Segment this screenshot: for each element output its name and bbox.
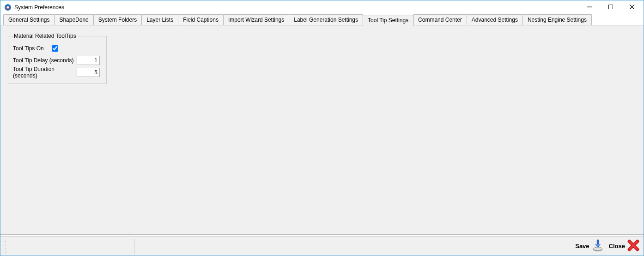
titlebar: System Preferences [0,0,644,14]
content-area: Material Related ToolTips Tool Tips On T… [0,25,644,234]
action-bar: Save Close [0,236,644,256]
save-button[interactable]: Save [574,238,605,254]
tooltips-on-checkbox[interactable] [52,45,58,52]
window-title: System Preferences [14,4,64,11]
tooltip-delay-row: Tool Tip Delay (seconds) [13,56,102,65]
tab-strip: General SettingsShapeDoneSystem FoldersL… [0,14,644,25]
window-controls [579,0,643,14]
tooltip-duration-row: Tool Tip Duration (seconds) [13,68,102,77]
tooltip-delay-label: Tool Tip Delay (seconds) [13,57,77,64]
app-icon [4,4,12,11]
tab-import-wizard-settings[interactable]: Import Wizard Settings [223,14,289,25]
tab-label-generation-settings[interactable]: Label Generation Settings [289,14,363,25]
status-cell [7,239,134,254]
maximize-button[interactable] [600,0,621,13]
tab-field-captions[interactable]: Field Captions [178,14,224,25]
save-to-disk-icon [591,239,604,253]
svg-line-4 [630,5,634,9]
tab-general-settings[interactable]: General Settings [3,14,55,25]
tab-nesting-engine-settings[interactable]: Nesting Engine Settings [522,14,592,25]
tab-command-center[interactable]: Command Center [413,14,467,25]
close-button[interactable] [621,0,643,13]
tab-system-folders[interactable]: System Folders [93,14,142,25]
svg-rect-3 [609,5,613,9]
material-tooltips-group: Material Related ToolTips Tool Tips On T… [8,33,107,84]
tab-advanced-settings[interactable]: Advanced Settings [467,14,523,25]
svg-point-1 [7,6,9,9]
grip-icon [3,239,6,253]
tab-shapedone[interactable]: ShapeDone [54,14,93,25]
preferences-window: System Preferences General SettingsShape… [0,0,644,256]
close-button-label: Close [609,243,625,250]
svg-line-5 [630,5,634,9]
minimize-button[interactable] [579,0,600,13]
tooltip-delay-input[interactable] [77,56,100,65]
tooltips-on-label: Tool Tips On [13,45,52,52]
tab-layer-lists[interactable]: Layer Lists [141,14,178,25]
tooltip-duration-label: Tool Tip Duration (seconds) [13,66,77,79]
close-x-icon [627,239,640,253]
group-legend: Material Related ToolTips [13,33,77,39]
tab-tool-tip-settings[interactable]: Tool Tip Settings [363,15,413,26]
svg-point-7 [593,247,602,250]
tooltip-duration-input[interactable] [77,68,100,77]
save-button-label: Save [575,243,589,250]
close-action-button[interactable]: Close [608,238,641,254]
tooltips-on-row: Tool Tips On [13,44,102,53]
